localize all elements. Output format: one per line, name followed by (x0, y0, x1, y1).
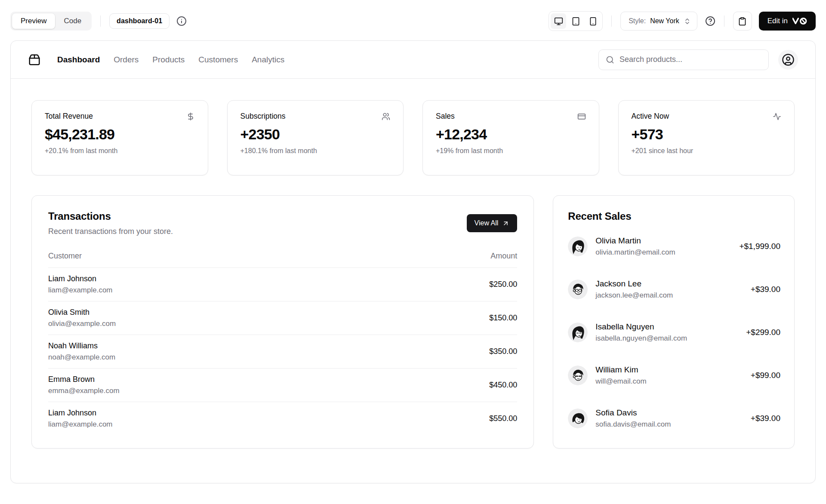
customer-name: Emma Brown (48, 375, 385, 384)
toolbar-divider (611, 15, 612, 27)
search-icon (606, 55, 614, 64)
toolbar-divider (724, 15, 724, 27)
clipboard-icon (738, 17, 747, 26)
stat-card-active-now: Active Now +573 +201 since last hour (618, 100, 795, 175)
list-item[interactable]: Jackson Lee jackson.lee@email.com +$39.0… (568, 279, 780, 300)
transaction-amount: $450.00 (385, 369, 518, 402)
avatar (568, 237, 588, 256)
stat-value: $45,231.89 (45, 126, 195, 143)
copy-code-button[interactable] (733, 12, 752, 31)
avatar (568, 409, 588, 428)
stat-card-total-revenue: Total Revenue $45,231.89 +20.1% from las… (31, 100, 208, 175)
transaction-amount: $150.00 (385, 301, 518, 335)
desktop-view-button[interactable] (551, 13, 566, 29)
chevrons-up-down-icon (684, 18, 691, 25)
transactions-description: Recent transactions from your store. (48, 227, 173, 236)
navbar-right (598, 49, 798, 70)
tablet-icon (571, 17, 580, 26)
mobile-view-button[interactable] (585, 13, 601, 29)
stat-title: Sales (436, 112, 455, 121)
stat-change: +201 since last hour (632, 147, 782, 155)
table-row[interactable]: Emma Brown emma@example.com $450.00 (48, 369, 517, 402)
sale-customer-name: Isabella Nguyen (595, 322, 687, 332)
sale-amount: +$99.00 (751, 371, 780, 380)
nav-item-customers[interactable]: Customers (198, 55, 238, 65)
table-row[interactable]: Liam Johnson liam@example.com $250.00 (48, 268, 517, 301)
stat-title: Active Now (632, 112, 669, 121)
table-row[interactable]: Liam Johnson liam@example.com $550.00 (48, 402, 517, 436)
recent-sales-list: Olivia Martin olivia.martin@email.com +$… (568, 236, 780, 429)
list-item[interactable]: Isabella Nguyen isabella.nguyen@email.co… (568, 322, 780, 343)
table-row[interactable]: Noah Williams noah@example.com $350.00 (48, 335, 517, 369)
sale-customer-email: isabella.nguyen@email.com (595, 334, 687, 343)
stat-card-subscriptions: Subscriptions +2350 +180.1% from last mo… (227, 100, 404, 175)
package-logo-icon[interactable] (28, 53, 41, 66)
stat-change: +19% from last month (436, 147, 586, 155)
view-tab-group: Preview Code (10, 12, 92, 31)
stat-title: Total Revenue (45, 112, 93, 121)
smartphone-icon (589, 17, 598, 26)
list-item[interactable]: Sofia Davis sofia.davis@email.com +$39.0… (568, 408, 780, 429)
list-item[interactable]: William Kim will@email.com +$99.00 (568, 365, 780, 386)
sale-customer-email: olivia.martin@email.com (595, 248, 675, 257)
customer-name: Olivia Smith (48, 308, 385, 317)
customer-email: emma@example.com (48, 387, 385, 395)
recent-sales-title: Recent Sales (568, 210, 780, 222)
column-header-amount: Amount (385, 252, 518, 268)
viewport-toggle-group (549, 11, 603, 31)
arrow-up-right-icon (502, 220, 509, 227)
sale-customer-email: sofia.davis@email.com (595, 420, 671, 429)
sale-customer-name: Jackson Lee (595, 279, 673, 289)
avatar (568, 366, 588, 385)
transactions-card: Transactions Recent transactions from yo… (31, 195, 534, 449)
help-icon[interactable] (705, 16, 715, 26)
style-select-value: New York (650, 17, 679, 25)
customer-name: Liam Johnson (48, 274, 385, 283)
tab-preview[interactable]: Preview (12, 13, 55, 29)
info-icon[interactable] (176, 16, 187, 26)
credit-card-icon (577, 112, 586, 121)
search-input[interactable] (620, 55, 761, 64)
style-select-label: Style: (629, 17, 646, 25)
customer-name: Noah Williams (48, 341, 385, 350)
stat-value: +12,234 (436, 126, 586, 143)
dashboard-navbar: Dashboard Orders Products Customers Anal… (11, 41, 815, 79)
nav-item-products[interactable]: Products (152, 55, 185, 65)
list-item[interactable]: Olivia Martin olivia.martin@email.com +$… (568, 236, 780, 257)
sale-amount: +$39.00 (751, 414, 780, 423)
nav-item-dashboard[interactable]: Dashboard (57, 55, 100, 65)
sale-customer-name: William Kim (595, 365, 646, 375)
edit-in-v0-button[interactable]: Edit in (759, 12, 816, 31)
style-select[interactable]: Style: New York (620, 12, 697, 31)
stat-change: +180.1% from last month (240, 147, 391, 155)
transactions-table: Customer Amount Liam Johnson liam@exampl… (48, 252, 517, 435)
view-all-button[interactable]: View All (467, 214, 518, 232)
transaction-amount: $250.00 (385, 268, 518, 301)
view-all-label: View All (475, 219, 499, 227)
transaction-amount: $550.00 (385, 402, 518, 436)
tablet-view-button[interactable] (568, 13, 583, 29)
sale-amount: +$299.00 (746, 328, 780, 337)
nav-item-orders[interactable]: Orders (114, 55, 139, 65)
recent-sales-card: Recent Sales Olivia Martin olivia.martin… (553, 195, 795, 449)
search-box (598, 49, 769, 70)
table-row[interactable]: Olivia Smith olivia@example.com $150.00 (48, 301, 517, 335)
stat-value: +573 (632, 126, 782, 143)
user-menu-button[interactable] (778, 50, 798, 70)
customer-email: liam@example.com (48, 286, 385, 295)
nav-links: Dashboard Orders Products Customers Anal… (57, 55, 284, 65)
v0-logo-icon (792, 18, 807, 25)
nav-item-analytics[interactable]: Analytics (252, 55, 284, 65)
stat-cards-row: Total Revenue $45,231.89 +20.1% from las… (31, 100, 795, 175)
stat-value: +2350 (240, 126, 391, 143)
customer-email: liam@example.com (48, 420, 385, 429)
tab-code[interactable]: Code (55, 13, 90, 29)
block-toolbar: Preview Code dashboard-01 Style: New Yor… (0, 0, 826, 40)
circle-user-icon (782, 53, 795, 66)
dashboard-main: Total Revenue $45,231.89 +20.1% from las… (11, 79, 815, 449)
dollar-sign-icon (186, 112, 195, 121)
stat-change: +20.1% from last month (45, 147, 195, 155)
users-icon (382, 112, 390, 121)
activity-icon (773, 112, 781, 121)
sale-customer-name: Sofia Davis (595, 408, 671, 418)
